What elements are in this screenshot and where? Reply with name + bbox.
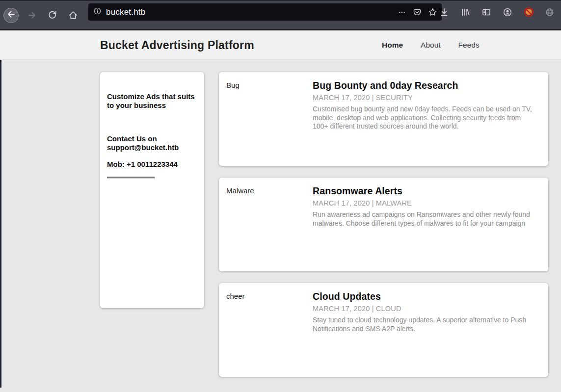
article-body-column: Cloud Updates MARCH 17, 2020 | CLOUD Sta… xyxy=(313,283,548,377)
more-actions-icon[interactable] xyxy=(397,7,407,18)
urlbar-actions xyxy=(397,7,438,18)
contact-sidebar-card: Customize Ads that suits to your busines… xyxy=(100,72,204,308)
nav-link-feeds[interactable]: Feeds xyxy=(458,41,480,50)
sidebar-contact-text: Contact Us on support@bucket.htb xyxy=(107,134,197,152)
sidebar-mobile-text: Mob: +1 0011223344 xyxy=(107,160,197,169)
article-text: Customised bug bounty and new 0day feeds… xyxy=(313,105,537,131)
main-nav: Home About Feeds xyxy=(382,30,480,60)
toolbar-extensions xyxy=(437,3,557,21)
window-left-edge xyxy=(0,30,1,388)
article-card-ransomware: Malware Ransomware Alerts MARCH 17, 2020… xyxy=(219,178,548,271)
broken-image-alt-text: Malware xyxy=(226,186,254,195)
forward-arrow-icon xyxy=(27,10,37,20)
article-meta: MARCH 17, 2020 | CLOUD xyxy=(313,305,537,313)
sidebar-divider xyxy=(107,177,155,179)
article-card-cloud: cheer Cloud Updates MARCH 17, 2020 | CLO… xyxy=(219,283,548,377)
nav-link-about[interactable]: About xyxy=(421,41,441,50)
page-title: Bucket Advertising Platform xyxy=(100,38,254,52)
forward-button[interactable] xyxy=(25,8,39,23)
back-arrow-icon xyxy=(6,9,16,21)
article-image-column: Bug xyxy=(219,72,313,166)
sidebar-toggle-icon[interactable] xyxy=(479,5,494,20)
url-bar[interactable]: bucket.htb xyxy=(88,3,442,21)
article-text: Stay tuned to cloud technology updates. … xyxy=(313,316,537,333)
page-info-icon[interactable] xyxy=(93,7,102,17)
article-image-column: Malware xyxy=(219,178,313,271)
browser-nav-buttons xyxy=(0,8,80,23)
article-text: Run awareness ad campaigns on Ransomware… xyxy=(313,210,537,228)
pocket-icon[interactable] xyxy=(412,7,423,18)
downloads-icon[interactable] xyxy=(437,5,452,20)
globe-extension-icon[interactable] xyxy=(542,5,557,20)
account-icon[interactable] xyxy=(500,5,515,20)
back-button[interactable] xyxy=(3,8,19,23)
home-button[interactable] xyxy=(66,8,80,23)
bookmark-star-icon[interactable] xyxy=(427,7,438,18)
article-image-column: cheer xyxy=(219,283,313,377)
library-icon[interactable] xyxy=(458,5,473,20)
browser-toolbar: bucket.htb xyxy=(0,0,561,30)
broken-image-alt-text: cheer xyxy=(226,292,245,300)
article-meta: MARCH 17, 2020 | SECURITY xyxy=(313,94,537,102)
nav-link-home[interactable]: Home xyxy=(382,41,403,50)
article-body-column: Bug Bounty and 0day Research MARCH 17, 2… xyxy=(313,72,548,166)
url-text[interactable]: bucket.htb xyxy=(106,7,397,17)
article-title: Ransomware Alerts xyxy=(313,185,537,197)
article-card-bug-bounty: Bug Bug Bounty and 0day Research MARCH 1… xyxy=(219,72,548,166)
reload-icon xyxy=(48,10,57,20)
site-header: Bucket Advertising Platform Home About F… xyxy=(0,30,561,60)
article-title: Cloud Updates xyxy=(313,291,537,302)
home-icon xyxy=(68,10,78,20)
article-body-column: Ransomware Alerts MARCH 17, 2020 | MALWA… xyxy=(313,178,548,271)
article-title: Bug Bounty and 0day Research xyxy=(313,80,537,91)
content-blocker-extension-icon[interactable] xyxy=(521,5,536,20)
article-meta: MARCH 17, 2020 | MALWARE xyxy=(313,199,537,207)
sidebar-pitch-text: Customize Ads that suits to your busines… xyxy=(107,92,197,109)
broken-image-alt-text: Bug xyxy=(226,81,240,89)
reload-button[interactable] xyxy=(45,8,60,23)
